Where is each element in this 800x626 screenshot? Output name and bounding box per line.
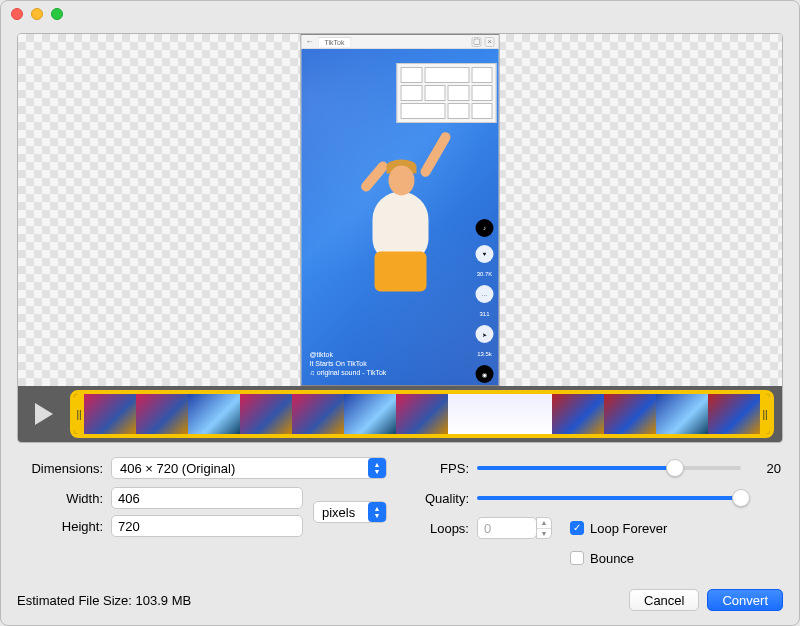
preview-tab-label: TikTok [318,37,352,47]
titlebar [1,1,799,27]
thumbnail [552,394,604,434]
convert-button[interactable]: Convert [707,589,783,611]
fps-label: FPS: [413,461,477,476]
timeline-clip[interactable]: || || [70,390,774,438]
fps-slider[interactable] [477,457,741,479]
thumbnail [240,394,292,434]
thumbnail [448,394,500,434]
preview-window-chrome: ← TikTok ▢ × [302,35,499,49]
height-label: Height: [19,519,111,534]
close-window-button[interactable] [11,8,23,20]
fps-value: 20 [741,461,781,476]
preview-frame: ← TikTok ▢ × ♪ ♥ 30.7K … [301,34,500,386]
chevron-up-down-icon: ▲▼ [368,502,386,522]
loops-stepper[interactable]: ▲▼ [536,517,552,539]
bounce-label: Bounce [590,551,634,566]
cancel-button[interactable]: Cancel [629,589,699,611]
share-count: 13.5k [477,351,492,357]
thumbnail [604,394,656,434]
thumbnail [500,394,552,434]
trim-handle-right[interactable]: || [760,394,770,434]
dimensions-label: Dimensions: [19,461,111,476]
thumbnail [344,394,396,434]
minimize-window-button[interactable] [31,8,43,20]
thumbnail [656,394,708,434]
thumbnail [188,394,240,434]
dimensions-select[interactable] [111,457,387,479]
width-label: Width: [19,491,111,506]
timeline-thumbnails [84,394,760,434]
loops-label: Loops: [413,521,477,536]
file-size-estimate: Estimated File Size: 103.9 MB [17,593,191,608]
share-icon: ➤ [476,325,494,343]
loops-field [477,517,537,539]
close-icon: × [485,37,495,47]
width-field[interactable] [111,487,303,509]
thumbnail [708,394,760,434]
preview-video-body: ♪ ♥ 30.7K … 311 ➤ 13.5k ◉ @tiktok It Sta… [302,49,499,385]
tiktok-logo-icon: ♪ [476,219,494,237]
timeline-bar: || || [18,386,782,442]
zoom-window-button[interactable] [51,8,63,20]
footer: Estimated File Size: 103.9 MB Cancel Con… [1,585,799,623]
height-field[interactable] [111,515,303,537]
quality-slider[interactable] [477,487,741,509]
like-count: 30.7K [477,271,493,277]
play-button[interactable] [18,386,70,442]
comment-icon: … [476,285,494,303]
thumbnail [84,394,136,434]
video-meta: @tiktok It Starts On TikTok ♫ original s… [310,350,387,377]
bounce-checkbox[interactable]: Bounce [570,551,634,566]
thumbnail [136,394,188,434]
loop-forever-checkbox[interactable]: Loop Forever [570,521,667,536]
trim-handle-left[interactable]: || [74,394,84,434]
play-icon [35,403,53,425]
output-panel: FPS: 20 Quality: Loops: ▲▼ Loop Fore [413,457,781,577]
quality-label: Quality: [413,491,477,506]
sound-disc-icon: ◉ [476,365,494,383]
preview-canvas: ← TikTok ▢ × ♪ ♥ 30.7K … [17,33,783,443]
snap-layouts-icon: ▢ [472,37,482,47]
comment-count: 311 [479,311,489,317]
loop-forever-label: Loop Forever [590,521,667,536]
settings-area: Dimensions: ▲▼ Width: Height: ▲▼ [1,443,799,585]
dimensions-panel: Dimensions: ▲▼ Width: Height: ▲▼ [19,457,387,577]
snap-layout-panel [397,63,497,123]
chevron-up-down-icon: ▲▼ [368,458,386,478]
heart-icon: ♥ [476,245,494,263]
thumbnail [292,394,344,434]
video-subject [350,132,450,322]
thumbnail [396,394,448,434]
